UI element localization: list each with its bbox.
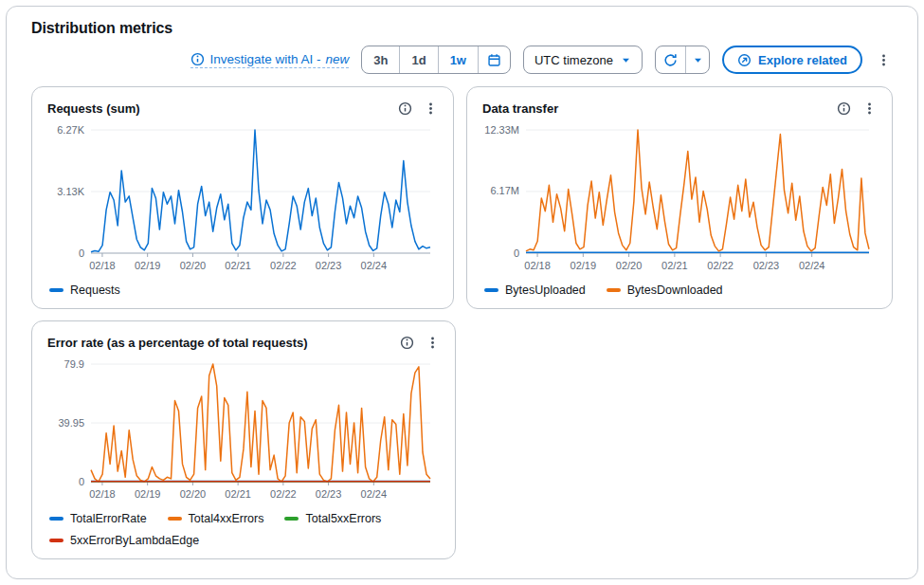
svg-text:02/20: 02/20 <box>180 260 207 271</box>
info-icon <box>398 101 412 116</box>
svg-text:02/20: 02/20 <box>616 260 643 271</box>
custom-range-calendar-button[interactable] <box>479 46 510 73</box>
data-transfer-card: Data transfer 1 <box>466 86 893 309</box>
legend-label: BytesUploaded <box>505 283 586 297</box>
explore-related-button[interactable]: Explore related <box>722 46 862 74</box>
vertical-ellipsis-icon <box>426 336 440 350</box>
svg-text:02/24: 02/24 <box>361 488 388 500</box>
explore-related-label: Explore related <box>758 53 847 67</box>
svg-text:02/23: 02/23 <box>316 260 342 271</box>
legend-label: Total5xxErrors <box>305 512 381 525</box>
svg-text:6.27K: 6.27K <box>57 124 84 136</box>
svg-text:02/23: 02/23 <box>753 260 780 271</box>
legend-marker <box>484 288 498 292</box>
legend-label: BytesDownloaded <box>627 283 723 297</box>
svg-text:02/23: 02/23 <box>316 488 342 500</box>
card-overflow-menu-button[interactable] <box>426 336 440 350</box>
info-icon <box>190 52 205 66</box>
page-title: Distribution metrics <box>31 20 893 37</box>
card-title: Error rate (as a percentage of total req… <box>47 336 308 350</box>
legend-label: 5xxErrorByLambdaEdge <box>70 534 199 547</box>
error-rate-chart[interactable]: 79.939.95002/1802/1902/2002/2102/2202/23… <box>47 357 438 502</box>
legend-item-Requests[interactable]: Requests <box>49 283 120 297</box>
investigate-label: Investigate with AI - <box>209 52 320 66</box>
svg-text:02/24: 02/24 <box>799 260 825 271</box>
card-title: Requests (sum) <box>47 101 140 116</box>
svg-text:79.9: 79.9 <box>64 358 84 370</box>
distribution-metrics-page: Distribution metrics Investigate with AI… <box>0 0 924 585</box>
card-overflow-menu-button[interactable] <box>862 101 877 116</box>
refresh-icon <box>663 53 678 67</box>
legend-item-Total4xxErrors[interactable]: Total4xxErrors <box>168 512 264 525</box>
error-rate-card: Error rate (as a percentage of total req… <box>31 320 456 559</box>
card-header: Requests (sum) <box>47 97 438 119</box>
legend-marker <box>49 539 63 542</box>
card-actions <box>837 101 877 116</box>
svg-text:39.95: 39.95 <box>58 417 84 429</box>
card-actions <box>398 101 438 116</box>
timezone-label: UTC timezone <box>534 53 613 67</box>
legend-item-BytesUploaded[interactable]: BytesUploaded <box>484 283 586 297</box>
legend-marker <box>284 517 299 521</box>
card-header: Data transfer <box>482 97 877 119</box>
svg-text:02/19: 02/19 <box>135 260 161 271</box>
data-transfer-chart[interactable]: 12.33M6.17M002/1802/1902/2002/2102/2202/… <box>482 123 877 273</box>
legend-label: Requests <box>70 283 120 297</box>
svg-text:02/18: 02/18 <box>89 260 116 271</box>
svg-text:12.33M: 12.33M <box>484 124 519 136</box>
legend-item-Total5xxErrors[interactable]: Total5xxErrors <box>284 512 381 525</box>
charts-row-2: Error rate (as a percentage of total req… <box>31 320 893 559</box>
legend-marker <box>49 517 63 521</box>
calendar-icon <box>487 53 501 67</box>
card-title: Data transfer <box>482 101 558 116</box>
investigate-new-badge: new <box>326 52 350 66</box>
svg-text:02/24: 02/24 <box>361 260 388 271</box>
svg-text:02/22: 02/22 <box>707 260 734 271</box>
info-icon-button[interactable] <box>400 336 414 350</box>
svg-text:0: 0 <box>79 476 84 487</box>
svg-text:02/22: 02/22 <box>270 488 297 500</box>
refresh-options-button[interactable] <box>686 46 709 73</box>
vertical-ellipsis-icon <box>877 53 891 67</box>
charts-row-1: Requests (sum) <box>31 86 893 309</box>
svg-text:02/18: 02/18 <box>89 488 116 500</box>
info-icon <box>837 101 851 116</box>
investigate-with-ai-link[interactable]: Investigate with AI - new <box>190 52 349 68</box>
svg-text:02/21: 02/21 <box>661 260 688 271</box>
refresh-button[interactable] <box>656 46 686 73</box>
svg-text:02/22: 02/22 <box>270 260 297 271</box>
legend-item-5xxErrorByLambdaEdge[interactable]: 5xxErrorByLambdaEdge <box>49 534 199 547</box>
vertical-ellipsis-icon <box>862 101 877 116</box>
info-icon-button[interactable] <box>837 101 851 116</box>
svg-text:6.17M: 6.17M <box>490 185 519 196</box>
card-header: Error rate (as a percentage of total req… <box>47 331 440 354</box>
toolbar: Investigate with AI - new 3h 1d 1w UTC t… <box>31 45 893 75</box>
requests-card: Requests (sum) <box>31 86 454 309</box>
range-1d-button[interactable]: 1d <box>400 46 438 73</box>
range-3h-button[interactable]: 3h <box>362 46 400 73</box>
explore-icon <box>737 53 752 67</box>
refresh-split-button <box>655 46 710 74</box>
legend-marker <box>168 517 182 521</box>
timezone-select[interactable]: UTC timezone <box>523 46 643 74</box>
card-overflow-menu-button[interactable] <box>424 101 438 116</box>
chevron-down-icon <box>621 55 631 65</box>
info-icon-button[interactable] <box>398 101 412 116</box>
svg-text:02/19: 02/19 <box>571 260 597 271</box>
requests-chart[interactable]: 6.27K3.13K002/1802/1902/2002/2102/2202/2… <box>47 123 438 273</box>
page-overflow-menu-button[interactable] <box>875 51 893 69</box>
info-icon <box>400 336 414 350</box>
range-1w-button[interactable]: 1w <box>439 46 479 73</box>
time-range-group: 3h 1d 1w <box>361 46 511 74</box>
svg-text:02/20: 02/20 <box>180 488 207 500</box>
svg-text:3.13K: 3.13K <box>57 186 84 197</box>
data-transfer-legend: BytesUploadedBytesDownloaded <box>482 283 877 297</box>
legend-item-BytesDownloaded[interactable]: BytesDownloaded <box>607 283 723 297</box>
legend-item-TotalErrorRate[interactable]: TotalErrorRate <box>49 512 147 525</box>
svg-text:02/21: 02/21 <box>225 488 251 500</box>
svg-text:0: 0 <box>514 247 519 259</box>
card-actions <box>400 336 440 350</box>
legend-marker <box>49 288 63 292</box>
error-rate-legend: TotalErrorRateTotal4xxErrorsTotal5xxErro… <box>47 512 440 547</box>
metrics-panel: Distribution metrics Investigate with AI… <box>6 6 918 579</box>
